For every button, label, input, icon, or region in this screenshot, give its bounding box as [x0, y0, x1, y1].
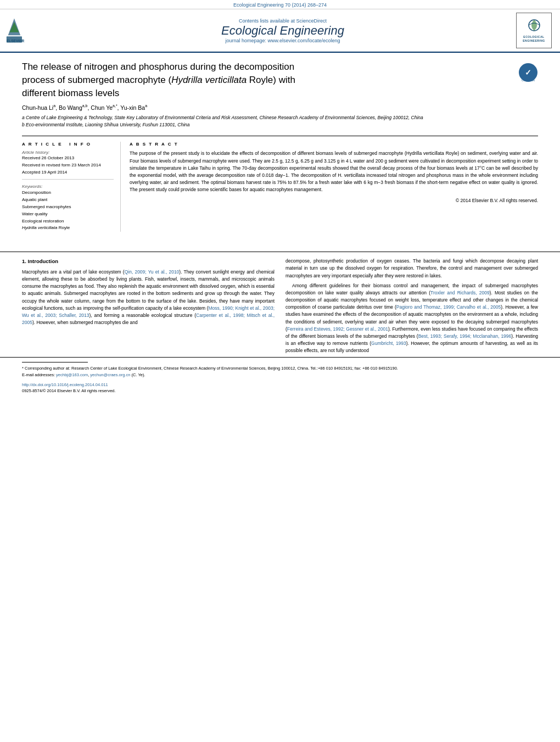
email-link-1[interactable]: yechbj@163.com	[56, 372, 88, 377]
ref-best1993[interactable]: Best, 1993; Serafy, 1994; Mcclanahan, 19…	[418, 333, 512, 339]
homepage-link[interactable]: www.elsevier.com/locate/ecoleng	[267, 38, 340, 43]
ref-troxler2009[interactable]: Troxler and Richards, 2009	[430, 290, 490, 295]
journal-title: Ecological Engineering	[55, 24, 511, 38]
accepted-date: Accepted 19 April 2014	[22, 170, 114, 175]
main-col-left: 1. Introduction Macrophytes are a vital …	[22, 258, 275, 357]
article-body: A R T I C L E I N F O Article history: R…	[22, 136, 538, 232]
crossmark-icon[interactable]: ✓ CrossMark	[518, 63, 538, 82]
article-info-col: A R T I C L E I N F O Article history: R…	[22, 142, 121, 232]
intro-para-3: Among different guidelines for their bio…	[285, 282, 538, 355]
svg-text:CrossMark: CrossMark	[522, 79, 535, 82]
section-heading: 1. Introduction	[22, 258, 275, 266]
keyword-submerged: Submerged macrophytes	[22, 204, 114, 211]
keyword-hydrilla: Hydrilla verticillata Royle	[22, 225, 114, 232]
ref-qin2009[interactable]: Qin, 2009; Yu et al., 2010	[125, 269, 180, 275]
ref-pagioro1999[interactable]: Pagioro and Thomaz, 1999; Carvalho et al…	[396, 304, 501, 310]
keyword-ecological: Ecological restoration	[22, 218, 114, 225]
ref-ferreira1992[interactable]: Ferreira and Esteves, 1992; Gessner et a…	[287, 326, 388, 332]
elsevier-logo: ELSEVIER	[5, 15, 49, 46]
svg-marker-2	[10, 22, 19, 32]
intro-para-2: decompose, photosynthetic production of …	[285, 258, 538, 280]
eco-logo-box: ECOLOGICALENGINEERING	[516, 13, 552, 48]
abstract-title: A B S T R A C T	[130, 142, 538, 147]
affiliation-a: a Centre of Lake Engineering & Technolog…	[22, 114, 538, 121]
svg-text:ELSEVIER: ELSEVIER	[7, 39, 25, 43]
svg-text:✓: ✓	[525, 68, 531, 77]
article-info-title: A R T I C L E I N F O	[22, 142, 114, 147]
affiliation-b: b Eco-environmental Institute, Liaoning …	[22, 121, 538, 129]
copyright-line: © 2014 Elsevier B.V. All rights reserved…	[130, 198, 538, 203]
info-divider	[22, 179, 114, 180]
keyword-decomposition: Decomposition	[22, 189, 114, 197]
article-title-section: The release of nitrogen and phosphorus d…	[22, 60, 538, 99]
footnote-star: * Corresponding author at: Research Cent…	[22, 365, 538, 371]
footnotes: * Corresponding author at: Research Cent…	[0, 357, 560, 380]
main-col-right: decompose, photosynthetic production of …	[285, 258, 538, 357]
main-columns: 1. Introduction Macrophytes are a vital …	[0, 258, 560, 357]
keyword-list: Decomposition Aquatic plant Submerged ma…	[22, 189, 114, 232]
doi-line: http://dx.doi.org/10.1016/j.ecoleng.2014…	[0, 380, 560, 387]
journal-header-center: Contents lists available at ScienceDirec…	[55, 18, 511, 43]
article-history-label: Article history:	[22, 150, 114, 155]
journal-citation: Ecological Engineering 70 (2014) 268–274	[233, 2, 327, 8]
article-title: The release of nitrogen and phosphorus d…	[22, 60, 518, 99]
keyword-water: Water quality	[22, 211, 114, 218]
section-divider	[0, 252, 560, 252]
issn-line: 0925-8574/© 2014 Elsevier B.V. All right…	[0, 387, 560, 398]
revised-date: Received in revised form 23 March 2014	[22, 163, 114, 168]
abstract-col: A B S T R A C T The purpose of the prese…	[130, 142, 538, 232]
received-date: Received 26 October 2013	[22, 155, 114, 160]
journal-header: ELSEVIER Contents lists available at Sci…	[0, 9, 560, 53]
abstract-text: The purpose of the present study is to e…	[130, 150, 538, 193]
keyword-aquatic: Aquatic plant	[22, 197, 114, 204]
article-content: The release of nitrogen and phosphorus d…	[0, 53, 560, 246]
keywords-label: Keywords:	[22, 184, 114, 189]
ref-gumbricht1993[interactable]: Gumbricht, 1993	[371, 341, 406, 346]
authors: Chun-hua Lia, Bo Wanga,b, Chun Yea,*, Yu…	[22, 104, 538, 111]
doi-link[interactable]: http://dx.doi.org/10.1016/j.ecoleng.2014…	[22, 382, 108, 387]
journal-top-bar: Ecological Engineering 70 (2014) 268–274	[0, 0, 560, 9]
footnote-divider	[22, 362, 88, 362]
journal-homepage: journal homepage: www.elsevier.com/locat…	[55, 38, 511, 43]
email-link-2[interactable]: yechun@craes.org.cn	[90, 372, 130, 377]
affiliations: a Centre of Lake Engineering & Technolog…	[22, 114, 538, 129]
journal-logo-right: ECOLOGICALENGINEERING	[516, 13, 555, 48]
intro-para-1: Macrophytes are a vital part of lake eco…	[22, 269, 275, 326]
footnote-email: E-mail addresses: yechbj@163.com, yechun…	[22, 372, 538, 378]
sciencedirect-text: Contents lists available at ScienceDirec…	[55, 18, 511, 24]
